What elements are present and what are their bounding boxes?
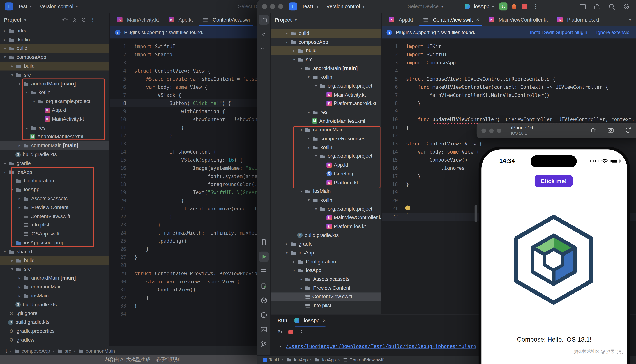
- tree-item-build[interactable]: ▸build: [270, 46, 381, 55]
- banner-action-ignore-extensio[interactable]: Ignore extensio: [596, 30, 629, 35]
- chevron-right-icon[interactable]: ▸: [305, 110, 312, 114]
- stop-button[interactable]: [521, 2, 529, 10]
- intention-bulb-icon[interactable]: [405, 205, 410, 210]
- chevron-right-icon[interactable]: ▸: [9, 179, 15, 183]
- chevron-right-icon[interactable]: ▸: [9, 258, 15, 262]
- tree-item-contentview-swift[interactable]: ContentView.swift: [270, 292, 381, 301]
- chevron-down-icon[interactable]: ▾: [9, 267, 15, 271]
- project-tool-icon[interactable]: [258, 14, 269, 25]
- tab-list-chevron-icon[interactable]: ▼: [628, 18, 636, 22]
- project-app-icon[interactable]: T: [289, 2, 297, 10]
- tree-item-iosapp[interactable]: ▾iosApp: [0, 185, 110, 194]
- tree-item-iosapp-swift[interactable]: iOSApp.swift: [0, 230, 110, 238]
- close-window-button[interactable]: [262, 4, 267, 9]
- tree-item-commonmain[interactable]: ▾commonMain: [270, 126, 381, 134]
- breadcrumb-item-iosapp[interactable]: iosApp: [314, 357, 336, 363]
- tree-item-build[interactable]: ▸build: [0, 62, 110, 70]
- breadcrumb-item-composeapp[interactable]: composeApp: [14, 348, 50, 354]
- close-icon[interactable]: ×: [323, 318, 326, 324]
- tree-item-androidmain-main[interactable]: ▾androidMain [main]: [270, 64, 381, 73]
- tree-item-org-example-project[interactable]: ▾org.example.project: [270, 82, 381, 90]
- tree-item-composeapp[interactable]: ▾composeApp: [270, 38, 381, 46]
- terminal-tool-icon[interactable]: [258, 324, 269, 334]
- tree-item-iosmain[interactable]: ▾iosMain: [270, 187, 381, 196]
- chevron-right-icon[interactable]: ▸: [16, 276, 23, 280]
- chevron-right-icon[interactable]: ▸: [9, 241, 15, 245]
- editor-tab-mainviewcontroller-kt[interactable]: KMainViewController.kt: [484, 14, 553, 26]
- project-app-icon[interactable]: T: [5, 2, 13, 10]
- search-icon[interactable]: [607, 2, 616, 12]
- tree-item-iosapp[interactable]: ▾iosApp: [270, 266, 381, 275]
- chevron-down-icon[interactable]: ▾: [2, 250, 8, 254]
- tree-item-configuration[interactable]: ▸Configuration: [0, 176, 110, 185]
- tree-item-app-kt[interactable]: KApp.kt: [270, 161, 381, 170]
- vcs-menu[interactable]: Version control▼: [324, 2, 368, 11]
- window-layout-icon[interactable]: [578, 2, 587, 12]
- tree-item-build-gradle-kts[interactable]: Gbuild.gradle.kts: [0, 318, 110, 327]
- rotate-icon[interactable]: [624, 126, 631, 135]
- simulator-titlebar[interactable]: iPhone 16 iOS 18.1: [477, 123, 636, 138]
- tree-item-composeresources[interactable]: ▸composeResources: [270, 134, 381, 143]
- banner-action-install-swift-support-plugin[interactable]: Install Swift Support plugin: [530, 30, 587, 35]
- chevron-right-icon[interactable]: ▸: [2, 46, 8, 50]
- run-tool-icon[interactable]: [258, 252, 269, 262]
- project-panel-header[interactable]: Project ▼: [270, 14, 381, 26]
- tree-item-platform-kt[interactable]: KPlatform.kt: [270, 178, 381, 187]
- chevron-right-icon[interactable]: ▸: [283, 242, 290, 246]
- tree-item-kotlin[interactable]: ▸.kotlin: [0, 35, 110, 44]
- chevron-right-icon[interactable]: ▸: [305, 136, 312, 141]
- tree-item-preview-content[interactable]: ▸Preview Content: [0, 203, 110, 212]
- git-tool-icon[interactable]: [258, 339, 269, 349]
- tree-item-kotlin[interactable]: ▾kotlin: [270, 72, 381, 82]
- editor-scrollbar-thumb[interactable]: [475, 204, 477, 222]
- tree-item-res[interactable]: ▸res: [0, 124, 110, 132]
- tree-item-kotlin[interactable]: ▾kotlin: [0, 88, 110, 97]
- problems-tool-icon[interactable]: [258, 310, 269, 320]
- chevron-right-icon[interactable]: ▸: [291, 49, 297, 53]
- chevron-right-icon[interactable]: ▸: [16, 205, 23, 210]
- chevron-down-icon[interactable]: ▾: [2, 55, 8, 59]
- home-icon[interactable]: [590, 126, 597, 135]
- tree-item-platform-ios-kt[interactable]: KPlatform.ios.kt: [270, 222, 381, 231]
- tree-item-kotlin[interactable]: ▾kotlin: [270, 143, 381, 152]
- tree-item-build-gradle-kts[interactable]: Gbuild.gradle.kts: [0, 150, 110, 159]
- chevron-down-icon[interactable]: ▾: [2, 170, 8, 174]
- chevron-right-icon[interactable]: ▸: [16, 196, 23, 200]
- rerun-button[interactable]: ↻: [499, 2, 508, 10]
- project-menu[interactable]: Test▼: [16, 2, 35, 11]
- stop-icon[interactable]: [288, 330, 293, 334]
- chevron-down-icon[interactable]: ▾: [291, 268, 297, 272]
- minimize-window-button[interactable]: [489, 128, 494, 133]
- tree-item-composeapp[interactable]: ▾composeApp: [0, 53, 110, 62]
- locate-file-icon[interactable]: [62, 16, 68, 23]
- run-tab-iosapp[interactable]: iosApp ×: [295, 314, 326, 326]
- zoom-window-button[interactable]: [278, 4, 283, 9]
- chevron-down-icon[interactable]: ▾: [298, 128, 304, 132]
- minimize-window-button[interactable]: [270, 4, 275, 9]
- tree-item-gradle[interactable]: ▸gradle: [0, 159, 110, 168]
- tree-item-shared[interactable]: ▾shared: [0, 247, 110, 256]
- tree-item-mainactivity-kt[interactable]: KMainActivity.kt: [270, 90, 381, 99]
- tree-item-gradlew[interactable]: ⚙gradlew: [0, 336, 110, 344]
- chevron-right-icon[interactable]: ▸: [298, 277, 304, 281]
- tree-item-build[interactable]: ▸build: [270, 29, 381, 38]
- rerun-icon[interactable]: ↻: [278, 329, 282, 335]
- vcs-tool-icon[interactable]: [258, 29, 269, 39]
- chevron-right-icon[interactable]: ▸: [24, 126, 30, 130]
- tree-item-src[interactable]: ▾src: [0, 70, 110, 79]
- more-actions-icon[interactable]: ⋮: [531, 3, 540, 10]
- chevron-down-icon[interactable]: ▾: [31, 100, 37, 104]
- screenshot-camera-icon[interactable]: [607, 126, 614, 135]
- chevron-right-icon[interactable]: ▸: [291, 260, 297, 264]
- tree-item-res[interactable]: ▸res: [270, 108, 381, 117]
- device-tool-icon[interactable]: [258, 237, 269, 247]
- build-tool-icon[interactable]: [258, 296, 269, 306]
- todo-tool-icon[interactable]: [258, 266, 269, 276]
- tree-item-org-example-project[interactable]: ▾org.example.project: [270, 152, 381, 161]
- tree-item-mainactivity-kt[interactable]: KMainActivity.kt: [0, 115, 110, 124]
- tree-item-info-plist[interactable]: Info.plist: [0, 220, 110, 230]
- devices-tool-icon[interactable]: [258, 281, 269, 291]
- editor-tab-app-kt[interactable]: KApp.kt: [164, 14, 198, 26]
- settings-icon[interactable]: [621, 2, 631, 12]
- editor-tab-contentview-swift[interactable]: ContentView.swift×: [418, 14, 484, 26]
